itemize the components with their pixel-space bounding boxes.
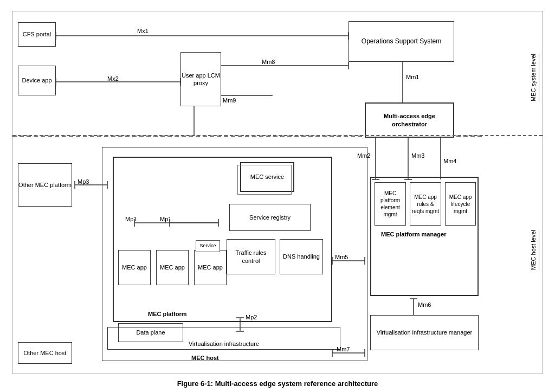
mm4-label: Mm4 <box>443 158 456 164</box>
mp3-label: Mp3 <box>78 178 89 185</box>
mec-app-lifecycle-box: MEC app lifecycle mgmt <box>445 182 476 226</box>
mm3-label: Mm3 <box>411 152 424 159</box>
figure-caption: Figure 6-1: Multi-access edge system ref… <box>12 380 543 388</box>
cfs-portal-box: CFS portal <box>18 22 56 47</box>
dns-handling-box: DNS handling <box>280 239 323 274</box>
mp2-label: Mp2 <box>246 314 257 320</box>
mec-platform-elem-box: MEC platform element mgmt <box>375 182 406 226</box>
diagram-area: CFS portal Device app User app LCM proxy… <box>12 11 543 374</box>
mx1-label: Mx1 <box>137 28 149 34</box>
mm6-label: Mm6 <box>418 301 431 308</box>
system-host-divider <box>12 135 543 136</box>
service-badge-box: Service <box>196 240 220 252</box>
oss-box: Operations Support System <box>349 21 454 62</box>
traffic-rules-box: Traffic rules control <box>227 239 275 274</box>
mp1a-label: Mp1 <box>125 216 137 222</box>
mec-service-box-shadow <box>237 165 292 195</box>
mm7-label: Mm7 <box>337 346 350 352</box>
mm8-label: Mm8 <box>262 59 275 65</box>
virt-infra-label: Virtualisation infrastructure <box>189 340 259 348</box>
virt-infra-box: Virtualisation infrastructure <box>107 327 340 350</box>
mec-app-rules-box: MEC app rules & reqts mgmt <box>410 182 441 226</box>
mm5-label: Mm5 <box>335 254 348 260</box>
mm9-label: Mm9 <box>223 97 236 104</box>
virt-infra-manager-box: Virtualisation infrastructure manager <box>370 315 479 350</box>
mec-system-level-label: MEC system level <box>529 22 540 133</box>
diagram-container: CFS portal Device app User app LCM proxy… <box>7 5 548 392</box>
user-app-lcm-box: User app LCM proxy <box>180 52 221 106</box>
mec-platform-manager-label: MEC platform manager <box>381 231 446 237</box>
mx2-label: Mx2 <box>107 75 119 82</box>
mec-host-label: MEC host <box>191 355 219 361</box>
mec-host-level-label: MEC host level <box>529 142 540 358</box>
other-mec-platform-box: Other MEC platform <box>18 163 72 207</box>
mp1b-label: Mp1 <box>160 216 171 222</box>
mae-orchestrator-box: Multi-access edge orchestrator <box>365 102 454 138</box>
mec-app3-box: MEC app <box>194 250 227 285</box>
mec-platform-label: MEC platform <box>148 311 187 317</box>
mec-app2-box: MEC app <box>156 250 189 285</box>
mm1-label: Mm1 <box>406 74 419 80</box>
other-mec-host-box: Other MEC host <box>18 342 72 364</box>
device-app-box: Device app <box>18 66 56 95</box>
mec-app1-box: MEC app <box>118 250 151 285</box>
service-registry-box: Service registry <box>229 204 311 231</box>
